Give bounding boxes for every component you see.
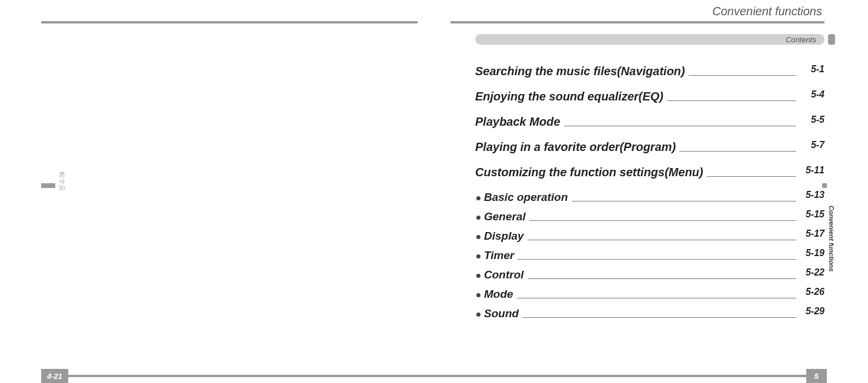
- right-page: Convenient functions Contents Searching …: [434, 0, 868, 383]
- contents-bar-cap: [828, 34, 835, 45]
- left-footer-rule: [68, 375, 434, 377]
- toc-page: 5-22: [800, 267, 824, 278]
- toc-label: General: [484, 210, 526, 223]
- toc-leader: [689, 75, 796, 76]
- bullet-icon: [476, 274, 480, 278]
- toc-leader: [529, 220, 796, 221]
- toc-label: Control: [484, 268, 524, 281]
- toc-row: Display5-17: [475, 230, 824, 243]
- left-side-text: 매뉴얼: [58, 176, 66, 196]
- bullet-icon: [476, 254, 480, 258]
- toc-leader: [707, 176, 796, 177]
- toc-leader: [528, 240, 796, 240]
- toc-label: Sound: [484, 307, 519, 320]
- contents-bar: Contents: [475, 34, 824, 45]
- left-header-rule: [41, 21, 418, 23]
- toc-page: 5-4: [800, 89, 824, 100]
- toc-leader: [679, 151, 796, 152]
- toc-row: Control5-22: [475, 268, 824, 281]
- toc-row: General5-15: [475, 210, 824, 223]
- toc-page: 5-1: [800, 64, 824, 75]
- toc-row: Basic operation5-13: [475, 191, 824, 204]
- toc-row: Playing in a favorite order(Program)5-7: [475, 140, 824, 154]
- toc-label: Mode: [484, 288, 513, 301]
- toc-leader: [564, 126, 796, 126]
- table-of-contents: Searching the music files(Navigation)5-1…: [475, 65, 824, 327]
- toc-label: Playback Mode: [475, 115, 560, 129]
- contents-label: Contents: [786, 35, 816, 44]
- left-page-number: 4-21: [41, 369, 68, 383]
- toc-row: Timer5-19: [475, 249, 824, 262]
- toc-page: 5-7: [800, 140, 824, 150]
- toc-page: 5-17: [800, 229, 824, 239]
- toc-label: Searching the music files(Navigation): [475, 65, 685, 78]
- left-side-tab: [41, 183, 55, 188]
- toc-label: Customizing the function settings(Menu): [475, 166, 703, 179]
- toc-leader: [522, 317, 796, 318]
- left-page: 매뉴얼 4-21: [0, 0, 434, 383]
- bullet-icon: [476, 235, 480, 239]
- toc-page: 5-13: [800, 190, 824, 200]
- toc-row: Sound5-29: [475, 307, 824, 320]
- right-header-rule: [450, 21, 824, 23]
- toc-page: 5-26: [800, 287, 824, 297]
- bullet-icon: [476, 313, 480, 317]
- toc-row: Mode5-26: [475, 288, 824, 301]
- toc-label: Display: [484, 230, 524, 243]
- left-footer: 4-21: [41, 369, 434, 383]
- toc-leader: [572, 201, 796, 201]
- toc-row: Playback Mode5-5: [475, 115, 824, 129]
- toc-leader: [667, 100, 796, 101]
- toc-label: Playing in a favorite order(Program): [475, 140, 676, 154]
- toc-leader: [518, 259, 796, 260]
- toc-label: Timer: [484, 249, 514, 262]
- toc-page: 5-5: [800, 115, 824, 125]
- bullet-icon: [476, 293, 480, 297]
- toc-row: Customizing the function settings(Menu)5…: [475, 166, 824, 179]
- right-side-tab: [822, 183, 827, 188]
- right-footer-rule: [434, 375, 806, 377]
- toc-leader: [528, 278, 796, 279]
- toc-label: Basic operation: [484, 191, 568, 204]
- toc-row: Enjoying the sound equalizer(EQ)5-4: [475, 90, 824, 103]
- toc-row: Searching the music files(Navigation)5-1: [475, 65, 824, 78]
- section-title: Convenient functions: [712, 5, 822, 18]
- toc-page: 5-15: [800, 209, 824, 220]
- toc-label: Enjoying the sound equalizer(EQ): [475, 90, 663, 103]
- bullet-icon: [476, 216, 480, 220]
- right-footer: 5: [434, 369, 827, 383]
- right-page-number: 5: [806, 369, 827, 383]
- toc-page: 5-19: [800, 248, 824, 258]
- toc-page: 5-11: [800, 165, 824, 176]
- toc-page: 5-29: [800, 306, 824, 317]
- right-side-text: Convenient functions: [828, 206, 835, 271]
- toc-leader: [517, 298, 796, 298]
- bullet-icon: [476, 196, 480, 200]
